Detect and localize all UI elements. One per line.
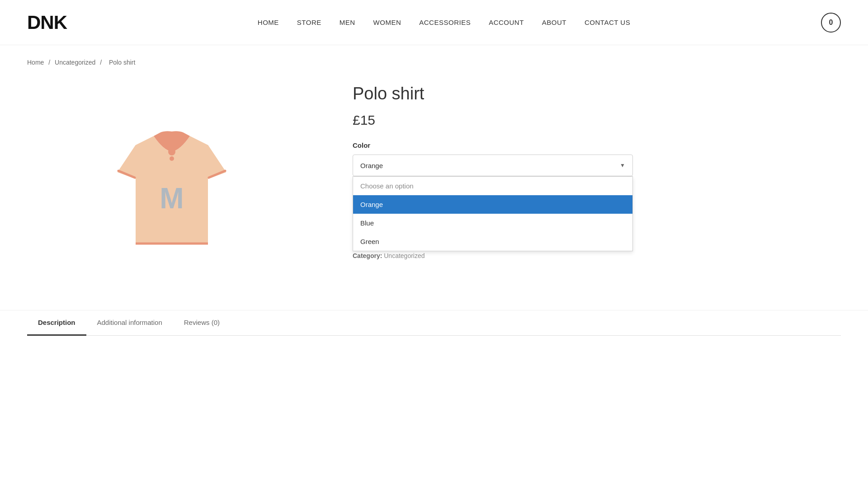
tab-description[interactable]: Description [27,310,86,336]
svg-text:M: M [160,182,184,215]
nav-link-home[interactable]: HOME [258,19,279,26]
nav-item-accessories[interactable]: ACCESSORIES [419,19,471,27]
tabs-section: Description Additional information Revie… [0,310,868,336]
selected-color-value: Orange [360,162,383,169]
category-value[interactable]: Uncategorized [384,252,425,259]
breadcrumb: Home / Uncategorized / Polo shirt [0,45,868,70]
tab-reviews[interactable]: Reviews (0) [173,310,231,336]
nav-item-women[interactable]: WOMEN [373,19,401,27]
tab-additional-info[interactable]: Additional information [86,310,173,336]
nav-link-account[interactable]: ACCOUNT [489,19,524,26]
nav-item-men[interactable]: MEN [340,19,355,27]
color-select[interactable]: Orange ▼ [353,155,633,176]
product-image: M [99,100,244,263]
breadcrumb-home[interactable]: Home [27,59,44,66]
nav-item-home[interactable]: HOME [258,19,279,27]
nav-item-store[interactable]: STORE [297,19,321,27]
header: DNK HOME STORE MEN WOMEN ACCESSORIES ACC… [0,0,868,45]
category-row: Category: Uncategorized [353,252,633,259]
product-price: £15 [353,113,633,128]
product-details: Polo shirt £15 Color Orange ▼ Choose an … [353,80,633,283]
nav-link-men[interactable]: MEN [340,19,355,26]
svg-point-0 [168,148,175,155]
dropdown-option-orange[interactable]: Orange [353,195,632,214]
cart-button[interactable]: 0 [821,13,841,33]
color-select-wrapper: Orange ▼ Choose an option Orange Blue Gr… [353,155,633,176]
breadcrumb-category[interactable]: Uncategorized [55,59,95,66]
nav-link-contact[interactable]: CONTACT US [585,19,630,26]
breadcrumb-product: Polo shirt [109,59,135,66]
dropdown-option-green[interactable]: Green [353,232,632,251]
nav-list: HOME STORE MEN WOMEN ACCESSORIES ACCOUNT… [258,19,630,27]
nav-item-about[interactable]: ABOUT [542,19,566,27]
main-nav: HOME STORE MEN WOMEN ACCESSORIES ACCOUNT… [258,19,630,27]
nav-link-women[interactable]: WOMEN [373,19,401,26]
logo[interactable]: DNK [27,12,67,33]
dropdown-option-blue[interactable]: Blue [353,214,632,232]
product-image-area: M [27,80,316,283]
product-container: M Polo shirt £15 Color Orange ▼ Choose a… [0,70,633,310]
main-content: Home / Uncategorized / Polo shirt [0,45,868,336]
nav-link-store[interactable]: STORE [297,19,321,26]
dropdown-option-placeholder[interactable]: Choose an option [353,177,632,195]
breadcrumb-sep1: / [48,59,50,66]
color-label: Color [353,141,633,149]
svg-point-1 [170,156,174,161]
product-title: Polo shirt [353,84,633,103]
chevron-down-icon: ▼ [620,162,625,169]
nav-link-accessories[interactable]: ACCESSORIES [419,19,471,26]
category-label: Category: [353,252,382,259]
nav-item-contact[interactable]: CONTACT US [585,19,630,27]
cart-count: 0 [829,19,833,27]
nav-link-about[interactable]: ABOUT [542,19,566,26]
color-dropdown: Choose an option Orange Blue Green [353,176,633,251]
breadcrumb-sep2: / [100,59,102,66]
tabs-row: Description Additional information Revie… [27,310,841,336]
nav-item-account[interactable]: ACCOUNT [489,19,524,27]
